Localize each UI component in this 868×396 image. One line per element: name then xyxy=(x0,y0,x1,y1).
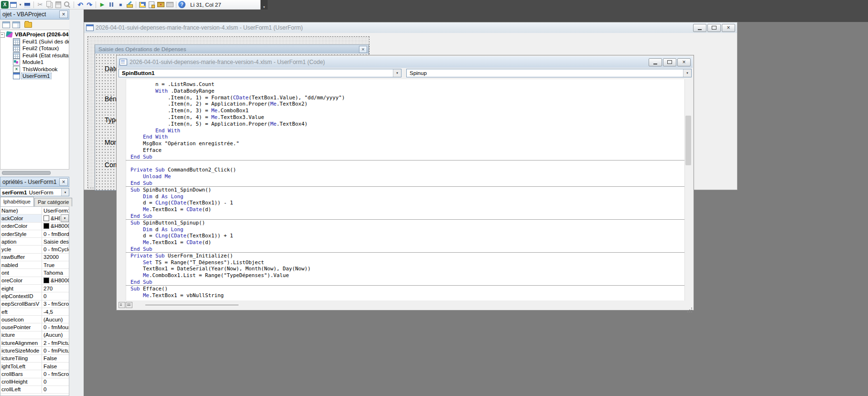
redo-icon[interactable] xyxy=(85,0,94,9)
code-line[interactable]: .Item(n, 3) = Me.ComboBox1 xyxy=(126,107,685,114)
code-line[interactable]: Dim d As Long xyxy=(126,226,685,233)
property-row[interactable]: ouseIcon(Aucun) xyxy=(0,316,69,323)
property-value[interactable]: &H8000001 xyxy=(42,223,69,230)
code-line[interactable]: End Sub xyxy=(126,279,685,286)
reset-icon[interactable] xyxy=(116,0,125,9)
toolbar-overflow-button[interactable] xyxy=(260,0,268,10)
object-dropdown[interactable]: SpinButton1 xyxy=(119,69,401,77)
tab-alphabetic[interactable]: lphabétique xyxy=(0,197,34,206)
property-value[interactable]: (Aucun) xyxy=(42,332,69,339)
tree-item[interactable]: ThisWorkbook xyxy=(0,66,69,73)
code-line[interactable]: Me.ComboBox1.List = Range("TypeDépenses"… xyxy=(126,272,685,279)
code-line[interactable]: End With xyxy=(126,134,685,140)
property-row[interactable]: rawBuffer32000 xyxy=(0,254,69,261)
tree-item[interactable]: UserForm1 xyxy=(0,73,69,80)
scrollbar-thumb[interactable] xyxy=(685,116,691,165)
code-line[interactable] xyxy=(126,161,685,167)
panel-splitter[interactable] xyxy=(2,171,51,175)
property-value[interactable]: 0 xyxy=(42,292,69,300)
code-line[interactable]: .Item(n, 5) = Application.Proper(Me.Text… xyxy=(126,121,685,128)
code-line[interactable]: Efface xyxy=(126,147,685,154)
property-row[interactable]: nabledTrue xyxy=(0,261,69,269)
minimize-icon[interactable] xyxy=(693,24,706,32)
code-line[interactable]: TextBox1 = DateSerial(Year(Now), Month(N… xyxy=(126,266,685,272)
property-value[interactable]: 0 xyxy=(42,378,69,385)
maximize-icon[interactable] xyxy=(707,24,721,32)
run-icon[interactable] xyxy=(98,0,107,9)
property-row[interactable]: ictureSizeMode0 - fmPictureSi xyxy=(0,347,69,354)
code-editor-area[interactable]: n = .ListRows.Count With .DataBodyRange … xyxy=(119,79,685,300)
code-line[interactable]: Sub SpinButton1_Spinup() xyxy=(126,220,685,226)
property-row[interactable]: ictureAlignmen2 - fmPictureAl xyxy=(0,339,69,347)
code-line[interactable]: Private Sub CommandButton2_Click() xyxy=(126,167,685,173)
code-line[interactable]: End Sub xyxy=(126,246,685,253)
property-row[interactable]: ontTahoma xyxy=(0,269,69,277)
help-icon[interactable] xyxy=(178,1,185,8)
close-icon[interactable] xyxy=(722,24,735,32)
properties-window-icon[interactable] xyxy=(147,0,156,9)
project-explorer-icon[interactable] xyxy=(138,0,147,9)
property-row[interactable]: icture(Aucun) xyxy=(0,332,69,339)
code-line[interactable]: End With xyxy=(126,128,685,134)
code-line[interactable]: .Item(n, 4) = Me.TextBox3.Value xyxy=(126,114,685,121)
code-line[interactable]: End Sub xyxy=(126,180,685,187)
code-line[interactable]: Me.TextBox1 = CDate(d) xyxy=(126,206,685,213)
property-row[interactable]: ousePointer0 - fmMousePo xyxy=(0,323,69,331)
view-code-icon[interactable] xyxy=(2,21,10,28)
property-row[interactable]: ightToLeftFalse xyxy=(0,363,69,370)
property-row[interactable]: crollHeight0 xyxy=(0,378,69,386)
code-line[interactable]: End Sub xyxy=(126,154,685,161)
object-selector-combo[interactable]: serForm1 UserForm xyxy=(0,188,69,196)
save-icon[interactable] xyxy=(23,0,32,9)
property-value[interactable]: -4,5 xyxy=(42,308,69,315)
vertical-scrollbar[interactable] xyxy=(684,79,692,300)
minimize-icon[interactable] xyxy=(649,58,662,66)
resize-grip[interactable] xyxy=(688,304,693,309)
code-line[interactable]: Private Sub UserForm_Initialize() xyxy=(126,253,685,259)
property-value[interactable]: 0 - fmCycleAllF xyxy=(42,246,69,253)
property-row[interactable]: elpContextID0 xyxy=(0,292,69,300)
view-object-icon[interactable] xyxy=(12,21,20,28)
full-module-view-button[interactable] xyxy=(126,302,132,308)
property-value[interactable]: False xyxy=(42,355,69,362)
property-value[interactable]: False xyxy=(42,363,69,370)
tree-item[interactable]: Feuil4 (État résultats re xyxy=(0,52,69,59)
property-row[interactable]: eepScrollBarsV3 - fmScrollBar xyxy=(0,300,69,308)
close-icon[interactable] xyxy=(59,178,68,186)
close-icon[interactable] xyxy=(677,58,691,66)
project-panel-titlebar[interactable]: ojet - VBAProject xyxy=(0,9,69,20)
tree-item[interactable]: Feuil2 (Totaux) xyxy=(0,45,69,52)
procedure-view-button[interactable] xyxy=(119,302,125,308)
property-value[interactable]: 0 - fmBorderSt xyxy=(42,230,69,237)
property-value[interactable]: 0 - fmPictureSi xyxy=(42,347,69,354)
collapse-icon[interactable] xyxy=(0,32,5,38)
property-row[interactable]: eight270 xyxy=(0,285,69,292)
view-object-icon[interactable] xyxy=(9,0,18,9)
maximize-icon[interactable] xyxy=(663,58,676,66)
property-value[interactable]: 0 - fmMousePo xyxy=(42,323,69,331)
design-mode-icon[interactable] xyxy=(125,0,134,9)
chevron-down-icon[interactable] xyxy=(61,189,69,196)
property-value[interactable]: UserForm1 xyxy=(42,207,69,214)
property-row[interactable]: oreColor&H8000001 xyxy=(0,277,69,285)
code-line[interactable]: .Item(n, 1) = Format(CDate(TextBox1.Valu… xyxy=(126,95,685,101)
chevron-down-icon[interactable] xyxy=(683,69,691,77)
property-row[interactable]: orderStyle0 - fmBorderSt xyxy=(0,230,69,238)
property-value[interactable]: 270 xyxy=(42,285,69,292)
code-line[interactable]: Me.TextBox1 = CDate(d) xyxy=(126,239,685,246)
code-window-titlebar[interactable]: 2026-04-01-suivi-depenses-marie-france-v… xyxy=(118,56,693,68)
toggle-folders-icon[interactable] xyxy=(24,22,32,28)
horizontal-scrollbar[interactable] xyxy=(145,305,239,305)
property-row[interactable]: aptionSaisie des Opé xyxy=(0,238,69,246)
chevron-down-icon[interactable] xyxy=(393,69,401,77)
designer-titlebar[interactable]: 2026-04-01-suivi-depenses-marie-france-v… xyxy=(84,22,737,33)
property-value[interactable]: 2 - fmPictureAl xyxy=(42,339,69,346)
toolbox-icon[interactable] xyxy=(156,0,165,9)
property-row[interactable]: eft-4,5 xyxy=(0,308,69,316)
code-line[interactable]: End Sub xyxy=(126,213,685,220)
tree-item[interactable]: Module1 xyxy=(0,59,69,66)
code-line[interactable]: Me.TextBox1 = vbNullString xyxy=(126,292,685,299)
value-dropdown-button[interactable] xyxy=(61,214,69,222)
property-row[interactable]: orderColor&H8000001 xyxy=(0,223,69,230)
code-line[interactable]: d = CLng(CDate(TextBox1)) - 1 xyxy=(126,200,685,206)
